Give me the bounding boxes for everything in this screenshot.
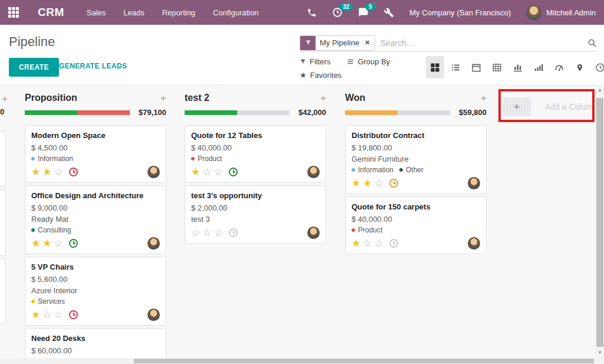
column-progressbar[interactable] bbox=[25, 110, 130, 115]
progress-segment[interactable] bbox=[398, 110, 450, 115]
add-column-button[interactable]: + Add a Column bbox=[503, 97, 598, 116]
view-map-icon[interactable] bbox=[570, 56, 589, 78]
priority-star-icon[interactable]: ☆ bbox=[191, 228, 200, 238]
kanban-card[interactable]: Distributor Contract $ 19,800.00 Gemini … bbox=[345, 125, 487, 194]
view-dashboard-icon[interactable] bbox=[550, 56, 568, 78]
vertical-scrollbar-thumb[interactable] bbox=[596, 98, 603, 347]
user-menu[interactable]: Mitchell Admin bbox=[526, 5, 596, 20]
menu-configuration[interactable]: Configuration bbox=[213, 8, 258, 17]
activity-clock-icon[interactable] bbox=[69, 239, 78, 248]
priority-star-icon[interactable]: ☆ bbox=[54, 310, 63, 320]
search-input[interactable] bbox=[375, 38, 587, 48]
kanban-card[interactable]: Quote for 12 Tables $ 40,000.00 Product … bbox=[185, 125, 326, 183]
salesperson-avatar[interactable] bbox=[147, 309, 160, 321]
kanban-card[interactable]: test 3's opportunity $ 2,000.00 test 3 ☆… bbox=[185, 185, 326, 244]
priority-star-icon[interactable]: ★ bbox=[42, 238, 51, 248]
priority-star-icon[interactable]: ☆ bbox=[54, 238, 63, 248]
priority-star-icon[interactable]: ☆ bbox=[54, 167, 63, 177]
salesperson-avatar[interactable] bbox=[307, 166, 320, 178]
kanban-card[interactable]: Office Design and Architecture $ 9,000.0… bbox=[25, 185, 166, 254]
horizontal-scrollbar[interactable] bbox=[0, 358, 596, 364]
column-title[interactable]: Won bbox=[345, 93, 365, 103]
priority-star-icon[interactable]: ☆ bbox=[214, 167, 223, 177]
column-title[interactable]: test 2 bbox=[185, 93, 209, 103]
activities-icon[interactable]: 32 bbox=[332, 7, 343, 18]
activity-clock-icon[interactable] bbox=[69, 310, 78, 319]
messages-icon[interactable]: 5 bbox=[358, 7, 369, 18]
salesperson-avatar[interactable] bbox=[147, 166, 160, 178]
priority-star-icon[interactable]: ☆ bbox=[375, 178, 383, 188]
priority-star-icon[interactable]: ★ bbox=[31, 238, 40, 248]
priority-star-icon[interactable]: ☆ bbox=[42, 310, 51, 320]
favorites-dropdown[interactable]: ★ Favorites bbox=[300, 71, 342, 80]
create-button[interactable]: CREATE bbox=[9, 58, 59, 77]
scroll-down-icon[interactable]: ▼ bbox=[596, 350, 604, 355]
priority-star-icon[interactable]: ★ bbox=[363, 178, 372, 188]
kanban-card[interactable]: Modern Open Space $ 4,500.00 Information… bbox=[25, 125, 166, 183]
menu-leads[interactable]: Leads bbox=[123, 8, 144, 17]
partial-card-fragment[interactable] bbox=[0, 131, 6, 187]
partial-column-plus-icon[interactable]: + bbox=[2, 93, 8, 105]
scroll-up-icon[interactable]: ▲ bbox=[596, 87, 604, 93]
priority-star-icon[interactable]: ☆ bbox=[202, 167, 211, 177]
activity-clock-icon[interactable] bbox=[229, 228, 238, 237]
salesperson-avatar[interactable] bbox=[147, 237, 160, 250]
quick-add-icon[interactable]: + bbox=[160, 93, 166, 103]
salesperson-avatar[interactable] bbox=[307, 227, 320, 239]
view-pivot-icon[interactable] bbox=[488, 56, 506, 78]
view-activity-icon[interactable] bbox=[591, 56, 604, 78]
priority-star-icon[interactable]: ★ bbox=[31, 310, 40, 320]
activity-clock-icon[interactable] bbox=[229, 168, 238, 176]
activity-clock-icon[interactable] bbox=[389, 179, 398, 188]
priority-star-icon[interactable]: ☆ bbox=[202, 228, 211, 238]
partial-card-fragment[interactable] bbox=[0, 189, 6, 256]
priority-star-icon[interactable]: ☆ bbox=[363, 238, 372, 248]
priority-star-icon[interactable]: ★ bbox=[352, 178, 360, 188]
search-icon[interactable] bbox=[587, 38, 597, 48]
activity-clock-icon[interactable] bbox=[69, 168, 78, 176]
horizontal-scrollbar-thumb[interactable] bbox=[134, 359, 594, 363]
group-by-dropdown[interactable]: Group By bbox=[347, 57, 390, 66]
view-calendar-icon[interactable] bbox=[467, 56, 485, 78]
phone-icon[interactable] bbox=[307, 8, 317, 18]
menu-sales[interactable]: Sales bbox=[87, 8, 106, 17]
company-switcher[interactable]: My Company (San Francisco) bbox=[409, 8, 511, 17]
priority-star-icon[interactable]: ★ bbox=[352, 238, 360, 248]
activity-clock-icon[interactable] bbox=[389, 239, 398, 248]
progress-segment[interactable] bbox=[25, 110, 77, 115]
progress-segment[interactable] bbox=[345, 110, 398, 115]
salesperson-avatar[interactable] bbox=[468, 177, 480, 189]
column-progressbar[interactable] bbox=[185, 110, 290, 115]
generate-leads-button[interactable]: GENERATE LEADS bbox=[59, 62, 127, 70]
quick-add-icon[interactable]: + bbox=[320, 93, 326, 103]
priority-star-icon[interactable]: ☆ bbox=[375, 238, 383, 248]
quick-add-icon[interactable]: + bbox=[481, 93, 487, 103]
vertical-scrollbar[interactable]: ▲ ▼ bbox=[596, 86, 604, 364]
partial-card-fragment[interactable] bbox=[0, 258, 6, 324]
view-kanban-icon[interactable] bbox=[426, 56, 444, 78]
add-column-plus-icon[interactable]: + bbox=[503, 97, 531, 116]
user-name: Mitchell Admin bbox=[546, 8, 596, 17]
salesperson-avatar[interactable] bbox=[468, 237, 480, 250]
column-title[interactable]: Proposition bbox=[25, 93, 77, 103]
tools-icon[interactable] bbox=[384, 8, 394, 18]
apps-menu-icon[interactable] bbox=[0, 0, 27, 25]
progress-segment[interactable] bbox=[185, 110, 237, 115]
priority-star-icon[interactable]: ★ bbox=[42, 167, 51, 177]
kanban-card[interactable]: 5 VP Chairs $ 5,600.00 Azure Interior Se… bbox=[25, 257, 166, 326]
view-list-icon[interactable] bbox=[447, 56, 465, 78]
progress-segment[interactable] bbox=[237, 110, 290, 115]
facet-remove-icon[interactable]: ✕ bbox=[363, 36, 375, 50]
view-cohort-icon[interactable] bbox=[529, 56, 547, 78]
priority-star-icon[interactable]: ★ bbox=[191, 167, 200, 177]
filters-dropdown[interactable]: Filters bbox=[300, 57, 330, 66]
column-progressbar[interactable] bbox=[345, 110, 450, 115]
priority-star-icon[interactable]: ★ bbox=[31, 167, 40, 177]
app-brand[interactable]: CRM bbox=[38, 6, 64, 19]
priority-star-icon[interactable]: ☆ bbox=[214, 228, 223, 238]
view-graph-icon[interactable] bbox=[508, 56, 527, 78]
card-amount: $ 60,000.00 bbox=[31, 346, 160, 355]
menu-reporting[interactable]: Reporting bbox=[162, 8, 195, 17]
progress-segment[interactable] bbox=[77, 110, 130, 115]
kanban-card[interactable]: Quote for 150 carpets $ 40,000.00 Produc… bbox=[345, 196, 487, 254]
